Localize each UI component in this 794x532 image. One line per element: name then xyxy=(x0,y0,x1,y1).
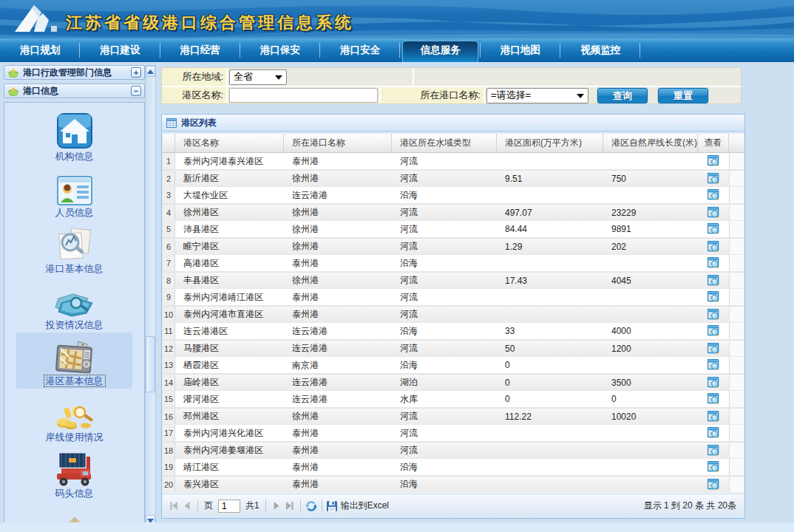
column-header-5[interactable]: 港区自然岸线长度(米) xyxy=(603,134,698,152)
nav-tab-6[interactable]: 信息服务 xyxy=(400,38,480,62)
port-name-cell: 泰州港 xyxy=(284,459,392,475)
view-detail-button[interactable] xyxy=(698,239,729,254)
scrollbar-thumb[interactable] xyxy=(146,336,155,392)
scrollbar-filler-cell xyxy=(729,443,744,458)
table-row-11[interactable]: 11连云港港区连云港港沿海334000 xyxy=(163,323,744,340)
main-content: 所在地域: 全省 港区名称: 所在港口名称: =请选择= xyxy=(161,67,745,104)
view-detail-button[interactable] xyxy=(698,341,729,356)
row-number-cell: 12 xyxy=(163,341,175,356)
query-button[interactable]: 查询 xyxy=(597,88,648,103)
table-row-9[interactable]: 9泰州内河港靖江港区泰州港河流 xyxy=(163,289,744,306)
view-detail-button[interactable] xyxy=(698,459,729,475)
nav-tab-label: 港口规划 xyxy=(20,44,60,57)
view-detail-button[interactable] xyxy=(698,255,729,271)
table-row-17[interactable]: 17泰州内河港兴化港区泰州港河流 xyxy=(163,425,744,442)
sidebar-group-port-info[interactable]: 港口信息 − xyxy=(4,83,145,98)
district-name-cell: 泰兴港区 xyxy=(175,477,284,492)
table-row-16[interactable]: 16邳州港区徐州港河流112.2210020 xyxy=(163,408,744,425)
table-row-14[interactable]: 14庙岭港区连云港港湖泊03500 xyxy=(163,374,744,391)
table-row-19[interactable]: 19靖江港区泰州港沿海 xyxy=(163,459,744,476)
sidebar-item-岸线使用情况[interactable]: 岸线使用情况 xyxy=(4,389,144,445)
view-detail-button[interactable] xyxy=(698,375,729,390)
view-detail-button[interactable] xyxy=(698,425,729,441)
shoreline-length-cell xyxy=(603,443,698,458)
table-row-8[interactable]: 8丰县港区徐州港河流17.434045 xyxy=(163,272,744,289)
nav-tab-4[interactable]: 港口保安 xyxy=(240,38,320,62)
sidebar-item-港区基本信息[interactable]: 港区基本信息 xyxy=(16,332,132,389)
scrollbar-filler-cell xyxy=(729,205,744,220)
nav-tab-1[interactable]: 港口规划 xyxy=(0,38,80,62)
view-detail-button[interactable] xyxy=(698,391,729,407)
nav-tab-8[interactable]: 视频监控 xyxy=(560,38,640,62)
view-detail-button[interactable] xyxy=(698,357,729,373)
table-row-20[interactable]: 20泰兴港区泰州港沿海 xyxy=(163,476,744,493)
row-number-cell: 2 xyxy=(163,171,175,186)
column-header-1[interactable]: 港区名称 xyxy=(175,134,284,152)
sidebar-group-port-admin[interactable]: 港口行政管理部门信息 + xyxy=(4,65,145,80)
district-name-input[interactable] xyxy=(229,88,378,103)
table-row-3[interactable]: 3大堤作业区连云港港沿海 xyxy=(163,187,744,204)
refresh-button[interactable] xyxy=(305,499,318,513)
view-detail-button[interactable] xyxy=(698,409,729,424)
view-detail-button[interactable] xyxy=(698,273,729,288)
nav-tab-label: 港口保安 xyxy=(260,44,300,57)
port-name-cell: 徐州港 xyxy=(284,205,392,220)
table-row-7[interactable]: 7高港港区泰州港沿海 xyxy=(163,255,744,272)
view-detail-button[interactable] xyxy=(698,323,729,339)
scrollbar-filler-cell xyxy=(729,255,744,271)
view-detail-button[interactable] xyxy=(698,289,729,305)
reset-button[interactable]: 重置 xyxy=(658,88,708,103)
column-header-2[interactable]: 所在港口名称 xyxy=(284,134,392,152)
sidebar-item-机构信息[interactable]: 机构信息 xyxy=(4,103,144,164)
scroll-up-button[interactable] xyxy=(146,66,155,77)
export-excel-button[interactable]: 输出到Excel xyxy=(326,499,391,512)
view-detail-button[interactable] xyxy=(698,153,729,169)
view-detail-button[interactable] xyxy=(698,187,729,203)
next-page-button[interactable] xyxy=(270,499,283,513)
view-detail-button[interactable] xyxy=(698,221,729,237)
water-type-cell: 河流 xyxy=(392,221,497,237)
column-header-6[interactable]: 查看 xyxy=(698,134,729,152)
sidebar-item-投资情况信息[interactable]: 投资情况信息 xyxy=(4,276,144,332)
prev-page-button[interactable] xyxy=(180,499,194,513)
expand-group-button[interactable]: + xyxy=(131,67,141,78)
water-type-cell: 湖泊 xyxy=(392,375,497,390)
sidebar-item-人员信息[interactable]: 人员信息 xyxy=(4,164,144,220)
column-header-3[interactable]: 港区所在水域类型 xyxy=(392,134,497,152)
last-page-button[interactable] xyxy=(283,499,296,513)
scrollbar-filler-cell xyxy=(729,425,744,441)
table-row-10[interactable]: 10泰州内河港市直港区泰州港河流 xyxy=(163,306,744,323)
table-row-5[interactable]: 5沛县港区徐州港河流84.449891 xyxy=(163,221,744,238)
sidebar-item-label: 机构信息 xyxy=(54,151,95,162)
grid-pager: 页 共1 xyxy=(163,494,744,517)
sidebar-item-港口基本信息[interactable]: 港口基本信息 xyxy=(4,220,144,276)
table-row-2[interactable]: 2新沂港区徐州港河流9.51750 xyxy=(163,170,744,187)
harbor-district-device-icon xyxy=(53,332,96,374)
view-detail-button[interactable] xyxy=(698,307,729,322)
view-detail-button[interactable] xyxy=(698,477,729,492)
region-select[interactable]: 全省 xyxy=(229,69,287,85)
table-row-12[interactable]: 12马腰港区连云港港河流501200 xyxy=(163,340,744,357)
column-header-4[interactable]: 港区面积(万平方米) xyxy=(497,134,603,152)
page-number-input[interactable] xyxy=(218,499,240,513)
table-row-4[interactable]: 4徐州港区徐州港河流497.0723229 xyxy=(163,204,744,221)
view-detail-button[interactable] xyxy=(698,171,729,186)
collapse-group-button[interactable]: − xyxy=(131,86,141,96)
table-row-18[interactable]: 18泰州内河港姜堰港区泰州港河流 xyxy=(163,442,744,459)
sidebar-item-码头信息[interactable]: 码头信息 xyxy=(4,445,144,501)
nav-tab-5[interactable]: 港口安全 xyxy=(320,38,400,62)
nav-tab-3[interactable]: 港口经营 xyxy=(160,38,240,62)
view-detail-button[interactable] xyxy=(698,443,729,458)
nav-tab-2[interactable]: 港口建设 xyxy=(80,38,160,62)
nav-tab-7[interactable]: 港口地图 xyxy=(481,38,560,62)
sidebar-scrollbar[interactable] xyxy=(145,65,156,527)
water-type-cell: 河流 xyxy=(392,205,497,220)
table-row-15[interactable]: 15灌河港区连云港港水库00 xyxy=(163,391,744,408)
table-row-6[interactable]: 6睢宁港区徐州港河流1.29202 xyxy=(163,238,744,255)
port-name-cell: 徐州港 xyxy=(284,221,392,237)
table-row-13[interactable]: 13栖霞港区南京港沿海0 xyxy=(163,357,744,374)
table-row-1[interactable]: 1泰州内河港泰兴港区泰州港河流 xyxy=(163,153,744,170)
view-detail-button[interactable] xyxy=(698,205,729,220)
port-name-select[interactable]: =请选择= xyxy=(486,88,588,103)
first-page-button[interactable] xyxy=(167,499,180,513)
